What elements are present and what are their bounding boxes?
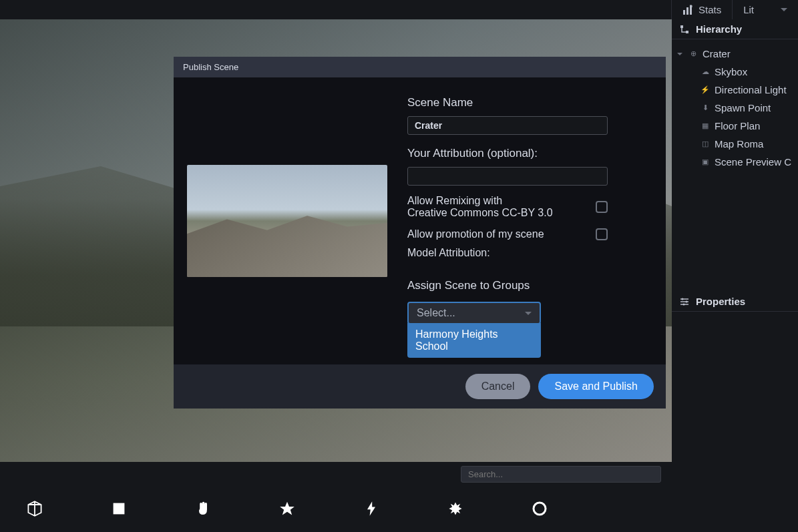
search-input[interactable] — [461, 466, 661, 483]
asset-star-icon[interactable] — [271, 493, 303, 525]
properties-title: Properties — [696, 296, 745, 307]
modal-form: Scene Name Your Attribution (optional): … — [407, 91, 652, 351]
asset-burst-icon[interactable] — [439, 493, 471, 525]
svg-rect-3 — [680, 25, 683, 28]
bolt-icon: ⚡ — [701, 86, 709, 94]
top-bar: Stats Lit — [0, 0, 798, 19]
modal-preview — [187, 91, 387, 351]
remix-label-line1: Allow Remixing with — [407, 195, 553, 207]
right-panel: Hierarchy ⊕ Crater ☁ Skybox ⚡ Directiona… — [672, 19, 798, 532]
hierarchy-item-label: Spawn Point — [715, 102, 771, 113]
asset-crescent-icon[interactable] — [608, 493, 640, 525]
modal-title: Publish Scene — [183, 62, 238, 72]
hierarchy-item-map[interactable]: ◫ Map Roma — [672, 135, 798, 153]
hierarchy-item-light[interactable]: ⚡ Directional Light — [672, 81, 798, 99]
tree-toggle-icon[interactable] — [677, 53, 682, 55]
groups-select[interactable]: Select... Harmony Heights School — [407, 302, 541, 324]
asset-search-row — [0, 462, 672, 486]
attribution-input[interactable] — [407, 167, 608, 186]
promotion-checkbox[interactable] — [596, 228, 608, 240]
camera-icon: ▣ — [701, 158, 709, 166]
modal-footer: Cancel Save and Publish — [174, 364, 666, 409]
groups-label: Assign Scene to Groups — [407, 279, 652, 292]
modal-titlebar: Publish Scene — [174, 57, 666, 77]
cloud-icon: ☁ — [701, 68, 709, 76]
svg-point-10 — [683, 303, 685, 305]
save-publish-button[interactable]: Save and Publish — [538, 374, 654, 399]
asset-icons-row — [0, 486, 672, 531]
hierarchy-title: Hierarchy — [696, 23, 742, 35]
promotion-label: Allow promotion of my scene — [407, 228, 544, 240]
groups-dropdown: Harmony Heights School — [407, 323, 541, 358]
remix-label-line2: Creative Commons CC-BY 3.0 — [407, 207, 553, 219]
chevron-down-icon — [525, 312, 532, 315]
groups-option[interactable]: Harmony Heights School — [407, 323, 541, 358]
hierarchy-item-camera[interactable]: ▣ Scene Preview C — [672, 153, 798, 171]
cancel-button[interactable]: Cancel — [465, 374, 531, 399]
hierarchy-root-item[interactable]: ⊕ Crater — [672, 45, 798, 63]
stats-label: Stats — [699, 4, 721, 15]
svg-rect-1 — [686, 7, 688, 15]
asset-bolt-icon[interactable] — [355, 493, 387, 525]
properties-section: Properties — [672, 292, 798, 312]
promotion-row: Allow promotion of my scene — [407, 228, 608, 240]
hierarchy-icon — [680, 25, 689, 34]
stats-button[interactable]: Stats — [671, 0, 732, 19]
globe-icon: ⊕ — [689, 50, 697, 58]
hierarchy-list: ⊕ Crater ☁ Skybox ⚡ Directional Light ⬇ … — [672, 39, 798, 292]
asset-cube-icon[interactable] — [19, 493, 51, 525]
render-mode-dropdown[interactable]: Lit — [732, 0, 798, 19]
chevron-down-icon — [781, 8, 787, 11]
hierarchy-root-label: Crater — [703, 48, 731, 59]
asset-square-icon[interactable] — [103, 493, 135, 525]
svg-rect-4 — [686, 31, 688, 33]
hierarchy-item-skybox[interactable]: ☁ Skybox — [672, 63, 798, 81]
hierarchy-header: Hierarchy — [672, 19, 798, 39]
asset-circle-icon[interactable] — [524, 493, 556, 525]
scene-preview-image — [187, 165, 387, 277]
spawn-icon: ⬇ — [701, 104, 709, 112]
hierarchy-item-label: Floor Plan — [715, 120, 760, 131]
asset-panel — [0, 462, 672, 532]
scene-name-label: Scene Name — [407, 96, 652, 109]
floor-icon: ▦ — [701, 122, 709, 130]
scene-name-input[interactable] — [407, 116, 608, 135]
hierarchy-item-label: Scene Preview C — [715, 156, 791, 168]
remix-checkbox[interactable] — [596, 201, 608, 213]
svg-rect-0 — [683, 10, 685, 15]
hierarchy-item-label: Skybox — [715, 66, 747, 77]
hierarchy-item-label: Map Roma — [715, 138, 763, 150]
svg-point-8 — [682, 298, 684, 300]
hierarchy-item-floor[interactable]: ▦ Floor Plan — [672, 117, 798, 135]
model-attribution-label: Model Attribution: — [407, 247, 652, 259]
properties-header: Properties — [672, 292, 798, 312]
stats-icon — [682, 5, 693, 15]
svg-point-12 — [534, 503, 546, 515]
svg-rect-11 — [114, 503, 125, 515]
cube-icon: ◫ — [701, 140, 709, 148]
svg-point-9 — [686, 300, 688, 302]
remix-row: Allow Remixing with Creative Commons CC-… — [407, 195, 608, 219]
hierarchy-item-spawn[interactable]: ⬇ Spawn Point — [672, 99, 798, 117]
modal-body: Scene Name Your Attribution (optional): … — [174, 77, 666, 364]
sliders-icon — [680, 297, 689, 306]
select-placeholder: Select... — [417, 307, 455, 319]
asset-hand-icon[interactable] — [187, 493, 219, 525]
publish-modal: Publish Scene Scene Name Your Attributio… — [174, 57, 666, 409]
hierarchy-item-label: Directional Light — [715, 84, 787, 95]
attribution-label: Your Attribution (optional): — [407, 147, 652, 160]
render-mode-label: Lit — [743, 4, 754, 15]
